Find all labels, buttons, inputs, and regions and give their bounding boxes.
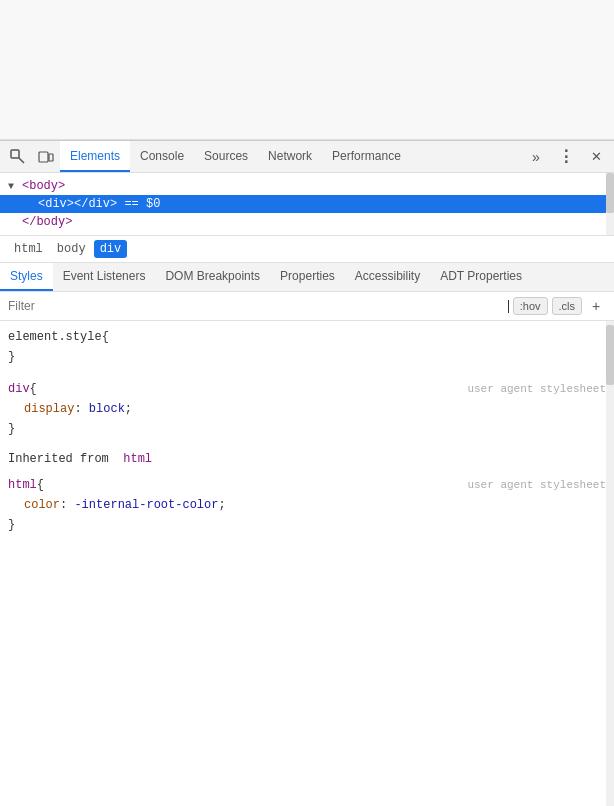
dom-line-body-close[interactable]: </body>	[0, 213, 614, 231]
css-selector-text: element.style	[8, 328, 102, 346]
dom-line-div-selected[interactable]: <div></div> == $0	[0, 195, 614, 213]
inherited-from-label: Inherited from html	[0, 449, 614, 469]
tab-styles[interactable]: Styles	[0, 263, 53, 291]
tab-dom-breakpoints[interactable]: DOM Breakpoints	[155, 263, 270, 291]
css-div-brace-close: }	[8, 420, 15, 438]
filter-buttons-group: :hov .cls	[513, 297, 582, 315]
css-colon-1: :	[74, 400, 88, 418]
page-content-area	[0, 0, 614, 140]
devtools-panel: Elements Console Sources Network Perform…	[0, 140, 614, 806]
breadcrumb-body[interactable]: body	[51, 240, 92, 258]
tab-elements[interactable]: Elements	[60, 141, 130, 172]
css-div-source: user agent stylesheet	[467, 380, 606, 398]
breadcrumb-div[interactable]: div	[94, 240, 128, 258]
css-semicolon-1: ;	[125, 400, 132, 418]
dom-expand-div	[8, 199, 22, 210]
breadcrumb-html[interactable]: html	[8, 240, 49, 258]
css-rule-div: div { user agent stylesheet display : bl…	[0, 377, 614, 441]
css-brace-open: {	[102, 328, 109, 346]
css-brace-close: }	[8, 348, 15, 366]
dom-expand-empty	[8, 217, 22, 228]
devtools-main-tabs: Elements Console Sources Network Perform…	[60, 141, 522, 172]
svg-line-1	[19, 158, 24, 163]
dom-line-body-open[interactable]: ▼ <body>	[0, 177, 614, 195]
dom-scrollbar-thumb[interactable]	[606, 173, 614, 213]
css-html-selector: html	[8, 476, 37, 494]
dom-tag-body-close: </body>	[22, 215, 72, 229]
css-colon-2: :	[60, 496, 74, 514]
tab-performance[interactable]: Performance	[322, 141, 411, 172]
dom-tag-body-open: <body>	[22, 179, 65, 193]
breadcrumb-bar: html body div	[0, 236, 614, 263]
svg-rect-0	[11, 150, 19, 158]
css-spacer-2	[0, 441, 614, 449]
css-div-brace-close-line: }	[0, 419, 614, 439]
tab-console[interactable]: Console	[130, 141, 194, 172]
dom-scrollbar[interactable]	[606, 173, 614, 235]
dom-expand-body[interactable]: ▼	[8, 181, 22, 192]
css-selector-element-style[interactable]: element.style {	[0, 327, 614, 347]
css-property-color: color	[24, 496, 60, 514]
dom-equals-sign: ==	[117, 197, 146, 211]
css-panel-scrollbar[interactable]	[606, 321, 614, 806]
filter-cls-button[interactable]: .cls	[552, 297, 583, 315]
css-value-internal-root-color: -internal-root-color	[74, 496, 218, 514]
inherited-text: Inherited from	[8, 452, 116, 466]
dom-tag-div-open: <div></div>	[38, 197, 117, 211]
css-rule-element-style: element.style { }	[0, 325, 614, 369]
css-div-selector-line[interactable]: div { user agent stylesheet	[0, 379, 614, 399]
devtools-toolbar: Elements Console Sources Network Perform…	[0, 141, 614, 173]
tab-network[interactable]: Network	[258, 141, 322, 172]
css-html-source: user agent stylesheet	[467, 476, 606, 494]
css-panel-scrollbar-thumb[interactable]	[606, 325, 614, 385]
css-div-brace-open: {	[30, 380, 37, 398]
styles-panel-tabs: Styles Event Listeners DOM Breakpoints P…	[0, 263, 614, 292]
text-cursor	[508, 300, 509, 313]
settings-button[interactable]: ⋮	[552, 143, 580, 171]
tab-sources[interactable]: Sources	[194, 141, 258, 172]
css-html-color-line[interactable]: color : -internal-root-color ;	[0, 495, 614, 515]
inherited-tag-html[interactable]: html	[123, 452, 152, 466]
css-html-brace-open: {	[37, 476, 44, 494]
more-tabs-button[interactable]: »	[522, 143, 550, 171]
css-rule-close-1: }	[0, 347, 614, 367]
css-rule-html: html { user agent stylesheet color : -in…	[0, 473, 614, 537]
css-html-brace-close: }	[8, 516, 15, 534]
svg-rect-3	[49, 154, 53, 161]
css-semicolon-2: ;	[218, 496, 225, 514]
filter-bar: :hov .cls +	[0, 292, 614, 321]
css-spacer-1	[0, 369, 614, 377]
inspect-element-icon[interactable]	[4, 143, 32, 171]
settings-icon: ⋮	[558, 147, 574, 166]
css-div-display-line[interactable]: display : block ;	[0, 399, 614, 419]
device-toggle-icon[interactable]	[32, 143, 60, 171]
filter-hov-button[interactable]: :hov	[513, 297, 548, 315]
tab-properties[interactable]: Properties	[270, 263, 345, 291]
css-html-selector-line[interactable]: html { user agent stylesheet	[0, 475, 614, 495]
tab-adt-properties[interactable]: ADT Properties	[430, 263, 532, 291]
dom-dollar-zero: $0	[146, 197, 160, 211]
css-html-brace-close-line: }	[0, 515, 614, 535]
css-content-panel: element.style { } div { user agent style…	[0, 321, 614, 806]
close-devtools-button[interactable]: ✕	[582, 143, 610, 171]
filter-input[interactable]	[8, 299, 504, 313]
tab-accessibility[interactable]: Accessibility	[345, 263, 430, 291]
css-div-selector: div	[8, 380, 30, 398]
dom-tree-panel: ▼ <body> <div></div> == $0 </body>	[0, 173, 614, 236]
toolbar-right-actions: » ⋮ ✕	[522, 143, 610, 171]
close-icon: ✕	[591, 149, 602, 164]
add-style-rule-button[interactable]: +	[586, 296, 606, 316]
tab-event-listeners[interactable]: Event Listeners	[53, 263, 156, 291]
svg-rect-2	[39, 152, 48, 162]
css-property-display: display	[24, 400, 74, 418]
more-tabs-icon: »	[532, 149, 540, 165]
css-value-block: block	[89, 400, 125, 418]
